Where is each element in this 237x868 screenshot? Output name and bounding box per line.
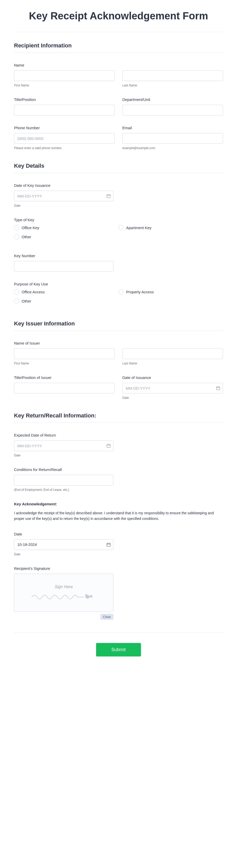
radio-office-key-label: Office Key [22, 225, 39, 230]
signature-pad[interactable]: Sign Here [14, 574, 113, 612]
issuer-name-label: Name of Issuer [14, 341, 223, 345]
title-position-label: Title/Position [14, 97, 115, 102]
radio-other-purpose-label: Other [22, 299, 31, 303]
email-label: Email [122, 126, 223, 130]
expected-return-label: Expected Date of Return [14, 433, 223, 437]
section-recipient-heading: Recipient Information [14, 42, 223, 53]
issuer-last-name-sublabel: Last Name [122, 362, 223, 365]
expected-return-input[interactable] [14, 440, 113, 451]
date-label: Date [14, 532, 223, 536]
expected-return-sublabel: Date [14, 454, 223, 457]
radio-other-key[interactable]: Other [14, 234, 31, 239]
radio-circle-icon [14, 299, 19, 304]
date-of-issuance-sublabel: Date [122, 396, 223, 400]
date-key-issuance-input[interactable] [14, 191, 113, 201]
email-hint: example@example.com [122, 146, 223, 150]
issuer-first-name-sublabel: First Name [14, 362, 115, 365]
first-name-input[interactable] [14, 70, 115, 81]
signature-placeholder-icon [31, 591, 97, 601]
issuer-last-name-input[interactable] [122, 348, 223, 359]
department-unit-input[interactable] [122, 105, 223, 116]
conditions-return-input[interactable] [14, 475, 113, 486]
radio-apartment-key-label: Apartment Key [126, 225, 151, 230]
radio-circle-icon [119, 289, 124, 294]
radio-circle-icon [14, 225, 19, 230]
radio-circle-icon [119, 225, 124, 230]
purpose-label: Purpose of Key Use [14, 282, 223, 286]
ack-date-sublabel: Date [14, 553, 223, 556]
form-title: Key Receipt Acknowledgement Form [14, 10, 223, 22]
name-label: Name [14, 63, 223, 67]
clear-signature-button[interactable]: Clear [100, 614, 113, 620]
ack-text: I acknowledge the receipt of the key(s) … [14, 510, 223, 522]
radio-office-key[interactable]: Office Key [14, 225, 39, 230]
date-of-issuance-input[interactable] [122, 383, 223, 394]
date-key-issuance-sublabel: Date [14, 204, 223, 208]
ack-date-input[interactable] [14, 539, 113, 550]
title-position-input[interactable] [14, 105, 115, 116]
issuer-title-input[interactable] [14, 383, 115, 394]
key-number-input[interactable] [14, 261, 113, 272]
radio-property-access[interactable]: Property Access [119, 289, 154, 294]
section-issuer-heading: Key Issuer Information [14, 320, 223, 331]
first-name-sublabel: First Name [14, 84, 115, 87]
radio-circle-icon [14, 234, 19, 239]
type-of-key-label: Type of Key [14, 218, 223, 222]
radio-property-access-label: Property Access [126, 290, 154, 294]
phone-number-label: Phone Number [14, 126, 115, 130]
radio-office-access[interactable]: Office Access [14, 289, 45, 294]
section-key-details-heading: Key Details [14, 163, 223, 173]
ack-heading: Key Acknowledgement: [14, 502, 223, 506]
submit-button[interactable]: Submit [96, 643, 141, 656]
signature-label: Recipient's Signature [14, 566, 223, 570]
key-number-label: Key Number [14, 254, 223, 258]
date-of-issuance-label: Date of Issuance [122, 375, 223, 380]
phone-number-input[interactable] [14, 133, 115, 144]
radio-apartment-key[interactable]: Apartment Key [119, 225, 151, 230]
issuer-first-name-input[interactable] [14, 348, 115, 359]
last-name-input[interactable] [122, 70, 223, 81]
radio-other-key-label: Other [22, 235, 31, 239]
email-input[interactable] [122, 133, 223, 144]
radio-other-purpose[interactable]: Other [14, 299, 31, 304]
phone-hint: Please enter a valid phone number. [14, 146, 115, 150]
department-unit-label: Department/Unit [122, 97, 223, 102]
radio-circle-icon [14, 289, 19, 294]
conditions-hint: (End of Employment, End of Lease, etc.) [14, 488, 223, 492]
conditions-return-label: Conditions for Return/Recall [14, 467, 223, 472]
section-return-heading: Key Return/Recall Information: [14, 412, 223, 423]
date-key-issuance-label: Date of Key Issuance [14, 183, 223, 188]
issuer-title-label: Title/Position of Issuer [14, 375, 115, 380]
svg-marker-16 [85, 594, 90, 599]
last-name-sublabel: Last Name [122, 84, 223, 87]
radio-office-access-label: Office Access [22, 290, 45, 294]
sign-here-text: Sign Here [55, 585, 72, 589]
